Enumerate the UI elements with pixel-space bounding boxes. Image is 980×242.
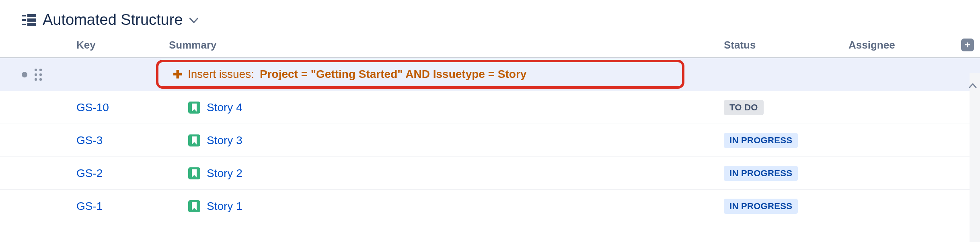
insert-jql: Project = "Getting Started" AND Issuetyp… [260,68,526,81]
svg-rect-3 [27,18,36,22]
issue-summary-link[interactable]: Story 3 [207,134,242,147]
table-header: Key Summary Status Assignee + [0,33,980,58]
svg-rect-2 [22,19,26,21]
insert-generator-row[interactable]: ✚ Insert issues: Project = "Getting Star… [0,58,980,91]
issue-key-link[interactable]: GS-1 [76,200,103,212]
svg-rect-0 [22,15,26,16]
issue-summary-link[interactable]: Story 2 [207,167,242,180]
issue-key-link[interactable]: GS-2 [76,167,103,179]
issue-key-link[interactable]: GS-3 [76,134,103,146]
status-badge[interactable]: IN PROGRESS [724,166,798,181]
table-row[interactable]: GS-3 Story 3 IN PROGRESS [0,124,980,157]
structure-icon [22,14,36,26]
svg-rect-5 [27,23,36,26]
status-badge[interactable]: IN PROGRESS [724,199,798,214]
story-issuetype-icon [188,102,200,114]
drag-handle-icon[interactable] [35,69,42,81]
story-issuetype-icon [188,200,200,212]
table-row[interactable]: GS-2 Story 2 IN PROGRESS [0,157,980,190]
chevron-down-icon[interactable] [189,14,198,26]
svg-rect-4 [22,24,26,25]
status-badge[interactable]: TO DO [724,100,764,115]
table-row[interactable]: GS-1 Story 1 IN PROGRESS [0,190,980,223]
story-issuetype-icon [188,167,200,179]
insert-issues-generator[interactable]: ✚ Insert issues: Project = "Getting Star… [156,60,684,89]
column-header-assignee[interactable]: Assignee [849,39,961,51]
column-header-status[interactable]: Status [724,39,849,51]
row-marker-icon [22,72,27,77]
add-column-button[interactable]: + [961,39,974,51]
status-badge[interactable]: IN PROGRESS [724,133,798,148]
issue-key-link[interactable]: GS-10 [76,101,109,114]
structure-grid: Key Summary Status Assignee + ✚ Insert [0,33,980,223]
scrollbar-track[interactable] [970,73,980,242]
page-title[interactable]: Automated Structure [43,11,183,28]
table-row[interactable]: GS-10 Story 4 TO DO [0,91,980,124]
plus-icon: ✚ [173,68,182,81]
issue-summary-link[interactable]: Story 4 [207,101,242,114]
column-header-summary[interactable]: Summary [169,39,724,51]
column-header-key[interactable]: Key [76,39,169,51]
svg-rect-1 [27,14,36,17]
issue-summary-link[interactable]: Story 1 [207,200,242,213]
insert-label: Insert issues: [188,68,254,81]
scroll-up-icon[interactable] [969,79,977,91]
story-issuetype-icon [188,134,200,146]
